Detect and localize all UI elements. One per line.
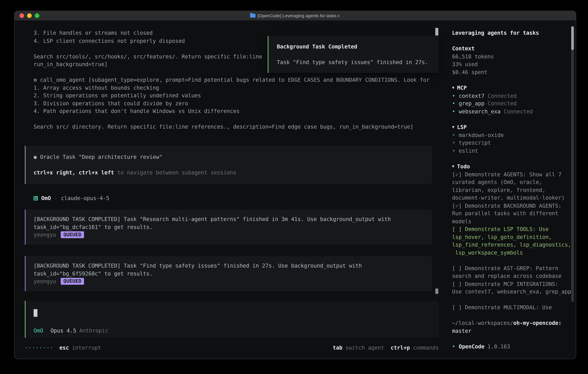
todo-section-header[interactable]: ▼Todo xyxy=(452,162,572,170)
bullet-icon: • xyxy=(452,100,455,106)
screen: [OpenCode] Leveraging agents for tasks ◐… xyxy=(0,0,588,374)
window-body: 3. File handles or streams not closed 4.… xyxy=(14,21,576,359)
session-title: Leveraging agents for tasks xyxy=(452,29,572,37)
log-line: Search src/ directory. Return specific f… xyxy=(25,123,443,131)
bullet-icon: • xyxy=(452,132,455,138)
log-line: 1. Array access without bounds checking xyxy=(25,84,443,92)
sidebar-footer: •OpenCode1.0.163 xyxy=(452,343,572,350)
todo-item: [ ] Demonstrate MCP INTEGRATIONS: Use co… xyxy=(452,280,572,296)
message-text: [BACKGROUND TASK COMPLETED] Task "Find t… xyxy=(33,262,432,277)
scrollbar-thumb[interactable] xyxy=(571,26,574,50)
activity-dots: ········ xyxy=(25,344,54,352)
app-name: OpenCode xyxy=(459,343,484,349)
status-badge: QUEUED xyxy=(61,278,84,285)
log-line: 4. Path operations that don't handle Win… xyxy=(25,107,443,115)
scrollbar-thumb[interactable] xyxy=(435,28,438,36)
oracle-hint: ctrl+x right, ctrl+x left to navigate be… xyxy=(33,169,432,177)
scrollbar-thumb[interactable] xyxy=(435,289,438,294)
commands-key-hint-group: ctrl+pcommands xyxy=(391,344,439,352)
mcp-section: ▼MCP •context7 Connected •grep_app Conne… xyxy=(452,84,572,115)
oracle-task-panel[interactable]: ◉ Oracle Task "Deep architecture review"… xyxy=(25,146,432,184)
bullet-icon: • xyxy=(452,147,455,154)
input-model-label: Opus 4.5 xyxy=(51,327,76,334)
sidebar: Leveraging agents for tasks Context 66,5… xyxy=(443,21,576,359)
context-used: 33% used xyxy=(452,60,572,68)
status-badge: QUEUED xyxy=(61,231,84,238)
todo-item: [✓] Demonstrate AGENTS: Show all 7 curat… xyxy=(452,170,572,202)
tab-key-hint-group: tabswitch agent xyxy=(333,344,384,352)
todo-item: [ ] Demonstrate LSP TOOLS: Use lsp_hover… xyxy=(452,225,572,256)
message-text: [BACKGROUND TASK COMPLETED] Task "Resear… xyxy=(33,215,432,231)
chevron-down-icon: ▼ xyxy=(452,85,454,90)
message-author: yeongyu xyxy=(33,231,56,239)
agent-icon xyxy=(33,196,38,200)
context-tokens: 66,518 tokens xyxy=(452,52,572,60)
window-title: [OpenCode] Leveraging agents for tasks ◐ xyxy=(14,11,576,21)
titlebar: [OpenCode] Leveraging agents for tasks ◐ xyxy=(14,11,576,21)
chevron-down-icon: ▼ xyxy=(452,125,454,129)
shortcut-keys: ctrl+x right, ctrl+x left xyxy=(33,169,114,176)
folder-icon xyxy=(250,14,255,18)
bullet-icon: • xyxy=(452,140,455,146)
oracle-task-title: ◉ Oracle Task "Deep architecture review" xyxy=(33,153,432,161)
mcp-section-header[interactable]: ▼MCP xyxy=(452,84,572,92)
agent-name: OmO xyxy=(41,194,51,202)
window-title-text: [OpenCode] Leveraging agents for tasks ◐ xyxy=(258,11,340,21)
message-meta: yeongyu QUEUED xyxy=(33,231,432,239)
esc-key-hint: esc xyxy=(59,344,69,352)
message-meta: yeongyu QUEUED xyxy=(33,278,432,285)
separator-dot: · xyxy=(54,194,58,202)
lsp-section-header[interactable]: ▼LSP xyxy=(452,123,572,131)
text-cursor xyxy=(33,309,37,317)
status-left: ········ esc interrupt xyxy=(25,344,101,352)
notification-toast: Background Task Completed Task "Find typ… xyxy=(268,36,439,73)
git-branch: master xyxy=(452,327,572,335)
lsp-section: ▼LSP •markdown-oxide •typescript •eslint xyxy=(452,123,572,155)
context-heading: Context xyxy=(452,45,572,52)
gear-icon: ⚙ xyxy=(33,77,37,83)
todo-item: [✓] Demonstrate BACKGROUND AGENTS: Run p… xyxy=(452,202,572,225)
workspace-path-line: ~/local-workspaces/oh-my-opencode: xyxy=(452,319,572,327)
message-card: [BACKGROUND TASK COMPLETED] Task "Find t… xyxy=(25,256,432,291)
commands-key-hint: ctrl+p xyxy=(391,345,410,351)
bullet-icon: • xyxy=(452,93,455,99)
workspace-path: ~/local-workspaces/oh-my-opencode: maste… xyxy=(452,319,572,335)
lsp-item: •markdown-oxide xyxy=(452,131,572,139)
tool-call-line: ⚙ call_omo_agent [subagent_type=explore,… xyxy=(25,76,443,84)
lsp-item: •typescript xyxy=(452,139,572,147)
tab-key-label: switch agent xyxy=(346,345,384,351)
input-provider-label: Anthropic xyxy=(79,327,108,334)
shortcut-hint-text: to navigate between subagent sessions xyxy=(114,169,236,176)
terminal-window: [OpenCode] Leveraging agents for tasks ◐… xyxy=(14,11,576,359)
chevron-down-icon: ▼ xyxy=(452,164,454,168)
agent-header: OmO · claude-opus-4-5 xyxy=(25,194,443,202)
mcp-item: •context7 Connected xyxy=(452,92,572,100)
todo-item: [ ] Demonstrate MULTIMODAL: Use xyxy=(452,303,572,311)
commands-key-label: commands xyxy=(413,345,439,351)
tool-call-text: call_omo_agent [subagent_type=explore, p… xyxy=(40,77,430,83)
oracle-icon: ◉ xyxy=(33,154,37,160)
chat-pane: 3. File handles or streams not closed 4.… xyxy=(14,21,442,359)
status-right: tabswitch agent ctrl+pcommands xyxy=(326,344,439,352)
notification-body: Task "Find type safety issues" finished … xyxy=(277,58,439,66)
mcp-item: •grep_app Connected xyxy=(452,100,572,107)
scrollbar-track[interactable] xyxy=(571,26,574,302)
agent-model: claude-opus-4-5 xyxy=(61,194,109,202)
todo-section: ▼Todo [✓] Demonstrate AGENTS: Show all 7… xyxy=(452,162,572,311)
bullet-icon: • xyxy=(452,343,455,349)
notification-title: Background Task Completed xyxy=(277,43,439,51)
esc-key-label: interrupt xyxy=(72,344,101,352)
bullet-icon: • xyxy=(452,108,455,114)
message-author: yeongyu xyxy=(33,278,56,285)
status-bar: ········ esc interrupt tabswitch agent c… xyxy=(25,344,439,352)
context-spent: $0.46 spent xyxy=(452,68,572,76)
log-line: 3. File handles or streams not closed xyxy=(25,29,443,37)
input-meta: OmO Opus 4.5 Anthropic xyxy=(33,327,439,334)
context-section: Context 66,518 tokens 33% used $0.46 spe… xyxy=(452,45,572,76)
log-line: 3. Division operations that could divide… xyxy=(25,99,443,107)
todo-item: [ ] Demonstrate AST-GREP: Pattern search… xyxy=(452,264,572,280)
prompt-input[interactable]: OmO Opus 4.5 Anthropic xyxy=(25,301,439,338)
lsp-item: •eslint xyxy=(452,147,572,155)
tab-key-hint: tab xyxy=(333,345,342,351)
app-version: 1.0.163 xyxy=(488,343,510,349)
